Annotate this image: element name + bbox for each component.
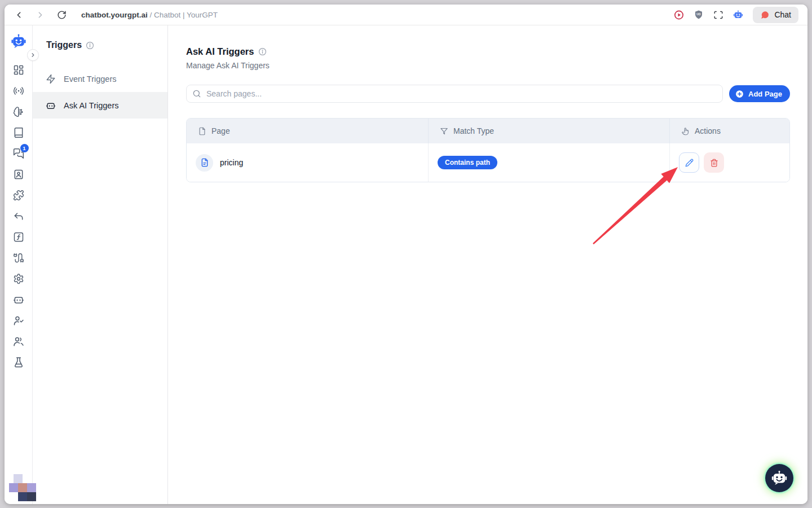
panel-item-label: Ask AI Triggers [64, 101, 119, 110]
browser-window: chatbot.yourgpt.ai / Chatbot | YourGPT U… [5, 5, 807, 504]
panel-item-event-triggers[interactable]: Event Triggers [33, 65, 167, 92]
reload-icon[interactable] [56, 10, 67, 20]
back-icon[interactable] [14, 10, 24, 20]
browser-toolbar: chatbot.yourgpt.ai / Chatbot | YourGPT U… [5, 5, 807, 25]
sidebar-item-dashboard-icon[interactable] [13, 64, 24, 76]
pencil-icon [685, 159, 694, 167]
sidebar-item-ai-brain-icon[interactable] [13, 106, 24, 117]
panel-item-label: Event Triggers [64, 75, 117, 84]
forward-icon[interactable] [35, 10, 45, 20]
sidebar-item-reply-icon[interactable] [13, 211, 24, 222]
sidebar-item-connections-icon[interactable] [13, 252, 24, 264]
swatch [27, 483, 36, 492]
page-file-icon [196, 154, 213, 172]
sidebar-item-knowledge-book-icon[interactable] [13, 127, 24, 138]
record-icon[interactable] [674, 10, 684, 20]
trash-icon [710, 159, 718, 167]
robot-extension-icon[interactable] [733, 10, 743, 20]
fullscreen-frame-icon[interactable] [713, 10, 723, 20]
panel-title-label: Triggers [46, 40, 82, 50]
sidebar-item-conversations-icon[interactable]: 1 [13, 148, 24, 159]
info-icon[interactable] [258, 47, 267, 56]
address-bar[interactable]: chatbot.yourgpt.ai / Chatbot | YourGPT [81, 11, 218, 19]
table-row: pricing Contains path [187, 143, 789, 182]
triggers-table: Page Match Type Actions [186, 118, 790, 182]
search-icon [192, 89, 201, 98]
adblock-shield-icon[interactable]: UO [694, 10, 704, 20]
delete-button[interactable] [704, 152, 724, 173]
url-separator: / [148, 11, 154, 19]
swatch [9, 483, 18, 492]
match-type-badge: Contains path [438, 156, 497, 169]
add-page-label: Add Page [748, 90, 782, 98]
sidebar-item-user-check-icon[interactable] [13, 315, 24, 326]
page-name: pricing [220, 158, 243, 167]
info-icon[interactable] [86, 41, 94, 50]
swatch [18, 492, 27, 501]
chat-extension-button[interactable]: Chat [753, 7, 798, 23]
table-header: Page Match Type Actions [187, 119, 789, 143]
sidebar-item-chatbot-icon[interactable] [13, 294, 24, 305]
robot-face-icon [771, 470, 788, 487]
bot-icon [46, 100, 56, 111]
swatch [14, 474, 23, 483]
edit-button[interactable] [679, 152, 699, 173]
url-host: chatbot.yourgpt.ai [81, 11, 148, 19]
pointer-hand-icon [681, 127, 690, 135]
sidebar-item-settings-icon[interactable] [13, 273, 24, 284]
zap-icon [46, 74, 56, 84]
column-header-actions: Actions [669, 119, 789, 143]
svg-text:UO: UO [697, 13, 701, 16]
sidebar-item-team-icon[interactable] [13, 336, 24, 347]
unread-count-badge: 1 [20, 144, 29, 152]
page-cell: pricing [187, 143, 428, 182]
yourgpt-logo[interactable] [11, 33, 27, 49]
panel-collapse-chevron[interactable] [27, 49, 39, 61]
plus-circle-icon [735, 89, 744, 99]
file-icon [198, 127, 206, 135]
chat-bubble-icon [760, 10, 770, 20]
page-subtitle: Manage Ask AI Triggers [186, 61, 790, 70]
actions-cell [669, 143, 789, 182]
swatch [27, 492, 36, 501]
main-content: Ask AI Triggers Manage Ask AI Triggers A… [168, 25, 807, 504]
column-header-match-type: Match Type [428, 119, 669, 143]
triggers-panel: Triggers Event Triggers Ask AI Triggers [33, 25, 168, 504]
sidebar-item-integrations-icon[interactable] [13, 190, 24, 201]
sidebar-item-functions-icon[interactable] [13, 231, 24, 243]
page-title: Ask AI Triggers [186, 46, 254, 57]
panel-item-ask-ai-triggers[interactable]: Ask AI Triggers [33, 92, 167, 119]
sidebar-item-labs-icon[interactable] [13, 357, 24, 368]
funnel-icon [440, 127, 448, 135]
loading-artifact [5, 473, 38, 502]
tab-title: Chatbot | YourGPT [154, 11, 218, 19]
sidebar-item-broadcast-icon[interactable] [13, 85, 24, 97]
search-input[interactable] [186, 85, 723, 103]
column-header-page: Page [187, 119, 428, 143]
chat-widget-launcher[interactable] [765, 464, 793, 492]
swatch [18, 483, 27, 492]
sidebar-item-contacts-icon[interactable] [13, 169, 24, 180]
chat-button-label: Chat [774, 10, 791, 19]
icon-rail: 1 [5, 25, 33, 504]
match-type-cell: Contains path [428, 143, 669, 182]
add-page-button[interactable]: Add Page [729, 85, 790, 102]
